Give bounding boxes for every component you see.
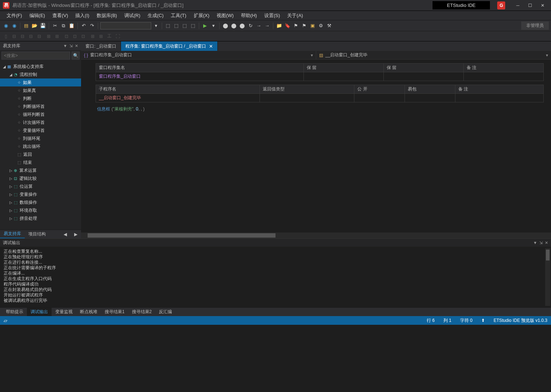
search-button[interactable]: 🔍	[72, 52, 80, 60]
nav-back-icon[interactable]: ◉	[2, 22, 9, 29]
cut-icon[interactable]: ✂	[51, 22, 59, 29]
tool-b-icon[interactable]: ⬚	[173, 22, 180, 29]
nav-fwd-icon[interactable]: ◉	[11, 22, 18, 29]
tree-item[interactable]: ⁘变量循环首	[0, 126, 81, 134]
undo-icon[interactable]: ↶	[80, 22, 87, 29]
out-tab-debug[interactable]: 调试输出	[27, 308, 52, 316]
paste-icon[interactable]: 📋	[68, 22, 75, 29]
tree-cat[interactable]: ▷⬚环境存取	[0, 206, 81, 214]
h-scrollbar[interactable]	[81, 233, 551, 238]
redo-icon[interactable]: ↷	[88, 22, 96, 29]
code-line[interactable]: 信息框 ("果核剥壳", 0, , )	[96, 106, 544, 112]
tree-item[interactable]: ⬚返回	[0, 150, 81, 158]
v-scrollbar[interactable]	[545, 248, 550, 306]
tree-root[interactable]: ◢▦系统核心支持库	[0, 62, 81, 70]
doc-tab-window[interactable]: 窗口: _启动窗口	[81, 41, 121, 51]
menu-extend[interactable]: 扩展(X)	[191, 12, 212, 20]
pin-icon[interactable]: ⇲	[69, 44, 73, 48]
config-combo[interactable]	[100, 22, 151, 29]
step-out-icon[interactable]: →	[264, 22, 271, 29]
tree-cat-flow[interactable]: ◢◔流程控制	[0, 70, 81, 78]
tree-item[interactable]: ⁘判断	[0, 94, 81, 102]
context-left[interactable]: { }窗口程序集_启动窗口▾	[81, 51, 316, 59]
folder-icon[interactable]: 📁	[276, 22, 283, 29]
minimize-button[interactable]: ─	[516, 3, 519, 8]
tool-a-icon[interactable]: ⬚	[164, 22, 172, 29]
tree-cat[interactable]: ▷⬚数组操作	[0, 198, 81, 206]
side-tab-lib[interactable]: 易支持库	[0, 230, 25, 238]
tree-cat[interactable]: ▷⬚拼音处理	[0, 214, 81, 222]
tree-item[interactable]: ⁘到循环尾	[0, 134, 81, 142]
dropdown-icon[interactable]: ▼	[63, 44, 67, 48]
box-icon[interactable]: ▣	[309, 22, 316, 29]
tool-d-icon[interactable]: ⬚	[189, 22, 197, 29]
tab-next-icon[interactable]: ▶	[71, 232, 81, 237]
open-icon[interactable]: 📂	[31, 22, 38, 29]
dropdown-icon[interactable]: ▾	[152, 22, 160, 29]
menu-build[interactable]: 生成(C)	[145, 12, 166, 20]
library-tree[interactable]: ◢▦系统核心支持库 ◢◔流程控制 ⁘如果 ⁘如果真 ⁘判断 ⁘判断循环首 ⁘循环…	[0, 61, 81, 230]
breakpoint-icon[interactable]: ⬤	[222, 22, 229, 29]
side-tab-project[interactable]: 项目结构	[25, 230, 49, 238]
panel-close-icon[interactable]: ✕	[545, 241, 548, 245]
maximize-button[interactable]: ☐	[528, 3, 532, 8]
out-tab-search1[interactable]: 搜寻结果1	[101, 308, 128, 316]
tree-cat[interactable]: ▷⊡逻辑比较	[0, 174, 81, 182]
panel-close-icon[interactable]: ✕	[75, 44, 78, 48]
menu-view[interactable]: 查看(V)	[49, 12, 71, 20]
pin-icon[interactable]: ⇲	[539, 241, 543, 245]
run-dd-icon[interactable]: ▾	[210, 22, 217, 29]
tab-prev-icon[interactable]: ◀	[60, 232, 71, 237]
admin-button[interactable]: 非管理员	[521, 21, 549, 30]
search-input[interactable]	[1, 52, 70, 60]
output-body[interactable]: 正在检查重复名称... 正在预处理现行程序 正在进行名称连接... 正在统计需要…	[0, 247, 551, 307]
tree-item[interactable]: ⁘判断循环首	[0, 102, 81, 110]
copy-icon[interactable]: ⧉	[60, 22, 67, 29]
status-upload-icon[interactable]: ⬆	[481, 318, 485, 323]
tree-cat[interactable]: ▷⊕算术运算	[0, 166, 81, 174]
dropdown-icon[interactable]: ▼	[533, 241, 537, 245]
flag2-icon[interactable]: ⚑	[301, 22, 308, 29]
flag-icon[interactable]: ⚑	[292, 22, 299, 29]
step-in-icon[interactable]: →	[255, 22, 262, 29]
bp2-icon[interactable]: ⬤	[230, 22, 237, 29]
out-tab-search2[interactable]: 搜寻结果2	[128, 308, 156, 316]
menu-debug[interactable]: 调试(R)	[121, 12, 143, 20]
out-tab-bp[interactable]: 断点栈堆	[76, 308, 101, 316]
tree-cat[interactable]: ▷⬚变量操作	[0, 190, 81, 198]
bp3-icon[interactable]: ⬤	[238, 22, 246, 29]
menu-database[interactable]: 数据库(B)	[94, 12, 120, 20]
tree-cat[interactable]: ▷⬚位运算	[0, 182, 81, 190]
bookmark-icon[interactable]: 🔖	[284, 22, 291, 29]
menu-tools[interactable]: 工具(T)	[168, 12, 189, 20]
tab-close-icon[interactable]: ✕	[209, 44, 213, 49]
step-over-icon[interactable]: ↻	[247, 22, 254, 29]
tree-item[interactable]: ⁘如果真	[0, 86, 81, 94]
menu-file[interactable]: 文件(F)	[4, 12, 25, 20]
save-icon[interactable]: 💾	[39, 22, 47, 29]
menu-insert[interactable]: 插入(I)	[72, 12, 92, 20]
gear-icon[interactable]: ⚙	[317, 22, 325, 29]
tree-item[interactable]: ⁘跳出循环	[0, 142, 81, 150]
hammer-icon[interactable]: ⚒	[326, 22, 333, 29]
out-tab-disasm[interactable]: 反汇编	[155, 308, 176, 316]
doc-tab-procset[interactable]: 程序集: 窗口程序集_启动窗口 / _启动窗口✕	[121, 41, 218, 51]
out-tab-vars[interactable]: 变量监视	[52, 308, 76, 316]
tree-item[interactable]: ⬚结束	[0, 158, 81, 166]
tool-c-icon[interactable]: ⬚	[181, 22, 188, 29]
out-tab-help[interactable]: 帮助提示	[2, 308, 27, 316]
status-col: 列 1	[443, 318, 451, 324]
menu-edit[interactable]: 编辑(E)	[27, 12, 48, 20]
run-icon[interactable]: ▶	[201, 22, 209, 29]
tree-item[interactable]: ⁘循环判断首	[0, 110, 81, 118]
menu-settings[interactable]: 设置(S)	[261, 12, 283, 20]
close-button[interactable]: ✕	[541, 3, 544, 8]
menu-help[interactable]: 帮助(H)	[238, 12, 260, 20]
menu-about[interactable]: 关于(A)	[284, 12, 306, 20]
code-editor[interactable]: 窗口程序集名保 留保 留备 注 窗口程序集_启动窗口 子程序名返回值类型公 开易…	[81, 60, 551, 233]
tree-item[interactable]: ⁘计次循环首	[0, 118, 81, 126]
menu-window[interactable]: 视图(W)	[214, 12, 237, 20]
tree-item[interactable]: ⁘如果	[0, 78, 81, 86]
context-right[interactable]: ▤__启动窗口_创建完毕▾	[316, 51, 551, 59]
new-icon[interactable]: ▤	[23, 22, 30, 29]
